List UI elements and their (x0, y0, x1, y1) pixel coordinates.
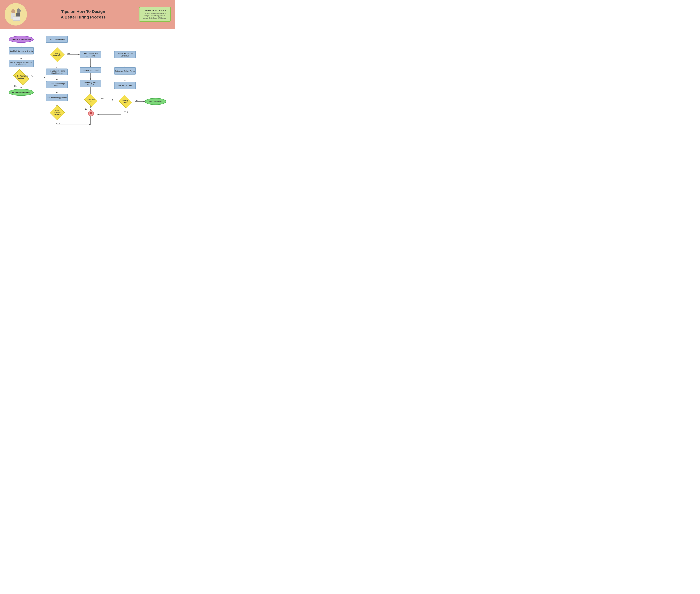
svg-text:No: No (126, 111, 128, 113)
keep-open-mind-node: keep an open Mind (80, 67, 101, 73)
svg-text:No: No (85, 108, 87, 110)
svg-text:No: No (14, 85, 16, 87)
is-qualified-1-diamond: Is the Applicant Qualified? (13, 69, 29, 85)
establish-screening-node: Establish Screening Criteria (9, 47, 34, 55)
conducting-final-node: Conducting a Final Interview (80, 80, 101, 87)
info-box-text: For more information on how to design a … (142, 12, 168, 19)
run-through-node: Run Through the Applicat's Credentials (9, 60, 34, 67)
is-qualified-2-diamond: Is the Applicant Qualified? (49, 105, 65, 120)
flowchart: Yes No Yes Yes No (0, 33, 175, 158)
header-title-area: Tips on How To Design A Better Hiring Pr… (27, 9, 139, 20)
svg-text:Yes: Yes (135, 99, 138, 101)
references-ok-diamond: References Ok? (84, 94, 98, 107)
svg-text:Yes: Yes (67, 53, 70, 55)
svg-text:Yes: Yes (101, 98, 104, 100)
identify-staffing-node: Identify Staffing Need (9, 36, 34, 43)
hire-candidate-node: hire Candidate (145, 98, 166, 105)
svg-rect-7 (13, 17, 20, 20)
svg-text:No: No (58, 123, 60, 124)
did-accept-diamond: Did they Accept? (119, 95, 132, 108)
setup-interview-node: Setup an Interview (46, 36, 68, 43)
svg-point-1 (16, 8, 21, 13)
header: Tips on How To Design A Better Hiring Pr… (0, 0, 175, 29)
build-rapport-node: Build Rapport with Applicants (80, 51, 101, 58)
svg-point-0 (5, 3, 27, 26)
header-title: Tips on How To Design A Better Hiring Pr… (27, 9, 139, 20)
re-establish-node: Re-Establish Hiring Qualifications (46, 68, 68, 75)
temp-hiring-node: Temp Hiring Process (9, 89, 34, 96)
determine-salary-node: Determine Salary Range (114, 67, 136, 74)
info-box-title: ORIGAMI TALENT AGENCY (142, 9, 168, 11)
svg-text:Yes: Yes (31, 75, 34, 77)
cross-circle: ✕ (88, 110, 94, 116)
list-applicants-node: List Potential Applicants (46, 94, 68, 101)
finalize-candidate-node: Finalize the Seleted Candidate (114, 51, 136, 58)
info-box: ORIGAMI TALENT AGENCY For more informati… (139, 7, 171, 22)
make-offer-node: Make a job Offer (114, 82, 136, 89)
are-shortlisted-diamond: Are they Shortlisted? (50, 47, 65, 62)
create-postings-node: Create Job Postings Online (46, 81, 68, 88)
header-illustration (4, 3, 27, 26)
